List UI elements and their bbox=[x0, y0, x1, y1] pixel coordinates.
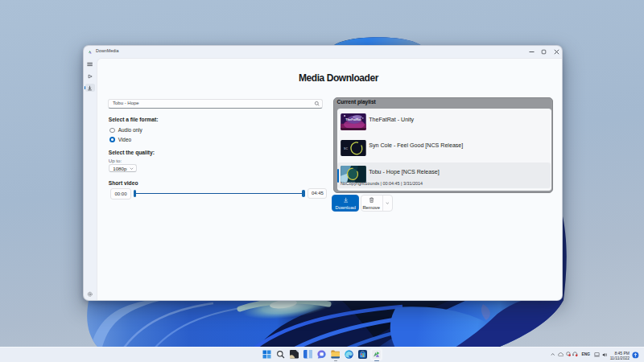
svg-text:SC: SC bbox=[344, 147, 348, 150]
svg-text:TheFatRat: TheFatRat bbox=[345, 117, 361, 121]
